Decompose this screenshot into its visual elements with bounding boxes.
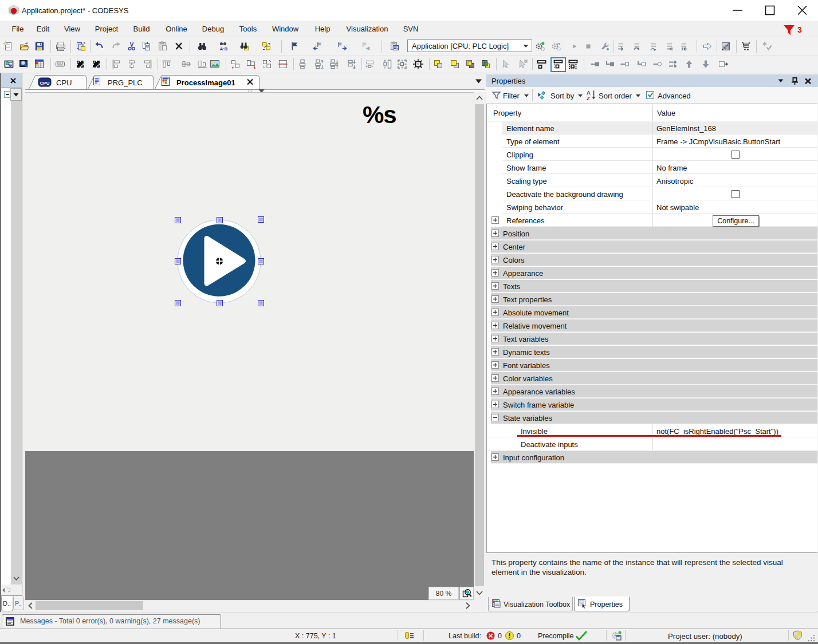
svg-text:Z: Z (587, 95, 590, 101)
svg-text:B: B (225, 46, 228, 52)
svg-text:PRG_PLC: PRG_PLC (108, 78, 143, 87)
svg-text:ProcessImage01: ProcessImage01 (176, 78, 235, 87)
svg-text:A: A (220, 46, 223, 52)
svg-text:CPU: CPU (56, 78, 72, 87)
svg-text:CPU: CPU (40, 81, 50, 86)
